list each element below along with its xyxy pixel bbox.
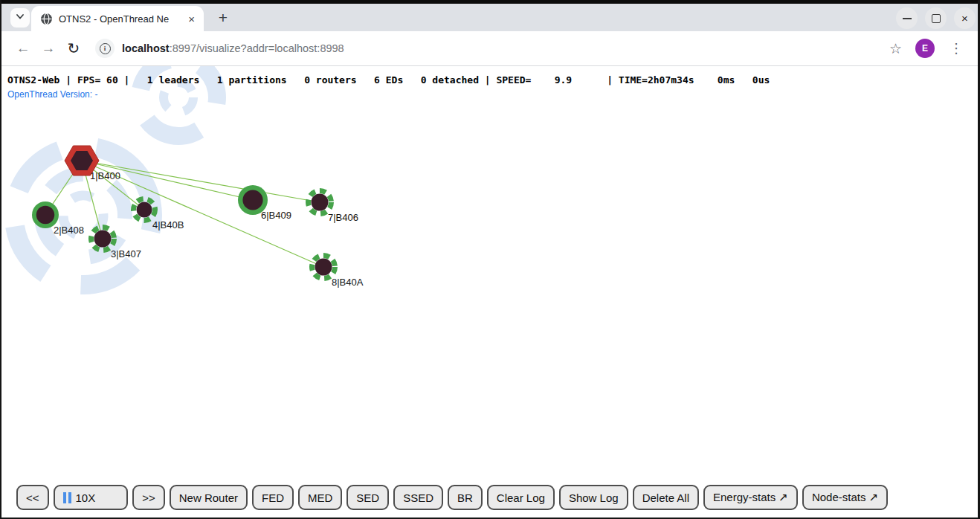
thread-watermark <box>1 66 223 312</box>
node-label: 4|B40B <box>152 219 184 231</box>
back-icon: ← <box>16 40 30 57</box>
minimize-icon <box>903 18 912 19</box>
node-label: 6|B409 <box>261 210 291 221</box>
tab-bar: OTNS2 - OpenThread Ne × + × <box>1 4 978 31</box>
close-icon: × <box>961 12 968 25</box>
tab-close-icon[interactable]: × <box>185 13 198 25</box>
profile-avatar[interactable]: E <box>915 39 935 58</box>
ssed-button[interactable]: SSED <box>393 485 443 510</box>
node-7[interactable]: 7|B406 <box>309 191 358 224</box>
chevron-down-icon <box>15 11 25 25</box>
simulation-canvas[interactable]: 1|B4002|B4083|B4074|B40B6|B4097|B4068|B4… <box>1 66 978 518</box>
action-toolbar: << 10X >> New Router FED MED SED SSED BR… <box>16 485 888 510</box>
navigation-bar: ← → ↻ i localhost:8997/visualize?addr=lo… <box>1 31 978 66</box>
forward-icon: → <box>42 40 56 57</box>
globe-favicon-icon <box>40 13 53 25</box>
close-button[interactable]: × <box>954 7 976 29</box>
delete-all-button[interactable]: Delete All <box>633 485 699 510</box>
back-button[interactable]: ← <box>12 37 34 59</box>
speed-button[interactable]: 10X <box>54 485 129 510</box>
node-label: 3|B407 <box>111 248 141 260</box>
minimize-button[interactable] <box>896 7 918 29</box>
openthread-version-label: OpenThread Version: - <box>7 89 97 100</box>
window-controls: × <box>896 7 976 29</box>
clear-log-button[interactable]: Clear Log <box>487 485 555 510</box>
refresh-button[interactable]: ↻ <box>62 37 85 59</box>
show-log-button[interactable]: Show Log <box>559 485 628 510</box>
new-router-button[interactable]: New Router <box>170 485 248 510</box>
info-icon: i <box>100 43 111 54</box>
maximize-icon <box>932 14 941 23</box>
maximize-button[interactable] <box>925 7 947 29</box>
node-stats-button[interactable]: Node-stats ↗ <box>802 485 888 510</box>
pause-icon <box>63 492 71 503</box>
speed-label: 10X <box>76 491 96 504</box>
url-path: :8997/visualize?addr=localhost:8998 <box>170 42 344 54</box>
kebab-menu-icon: ⋮ <box>950 41 963 56</box>
browser-menu-button[interactable]: ⋮ <box>945 40 967 57</box>
bookmark-button[interactable]: ☆ <box>889 40 902 57</box>
tab-otns2[interactable]: OTNS2 - OpenThread Ne × <box>31 6 204 31</box>
address-bar[interactable]: localhost:8997/visualize?addr=localhost:… <box>122 42 883 54</box>
url-host: localhost <box>122 42 170 54</box>
node-8[interactable]: 8|B40A <box>312 256 364 288</box>
node-6[interactable]: 6|B409 <box>238 185 291 221</box>
star-icon: ☆ <box>889 41 902 57</box>
med-button[interactable]: MED <box>298 485 342 510</box>
site-info-button[interactable]: i <box>95 39 115 58</box>
node-label: 8|B40A <box>332 277 364 288</box>
fast-forward-button[interactable]: >> <box>132 485 165 510</box>
sed-button[interactable]: SED <box>346 485 389 510</box>
browser-window: OTNS2 - OpenThread Ne × + × ← → ↻ i loca… <box>0 0 980 519</box>
tab-title: OTNS2 - OpenThread Ne <box>59 13 185 25</box>
tab-search-button[interactable] <box>10 8 30 28</box>
new-tab-button[interactable]: + <box>213 8 233 28</box>
fed-button[interactable]: FED <box>252 485 294 510</box>
node-label: 2|B408 <box>54 225 84 236</box>
refresh-icon: ↻ <box>68 39 80 57</box>
node-label: 1|B400 <box>90 170 120 181</box>
energy-stats-button[interactable]: Energy-stats ↗ <box>703 485 798 510</box>
forward-button[interactable]: → <box>37 37 59 59</box>
network-graph: 1|B4002|B4083|B4074|B40B6|B4097|B4068|B4… <box>1 66 978 518</box>
rewind-button[interactable]: << <box>16 485 49 510</box>
br-button[interactable]: BR <box>448 485 483 510</box>
node-label: 7|B406 <box>328 212 358 223</box>
status-bar: OTNS2-Web | FPS= 60 | 1 leaders 1 partit… <box>7 74 770 86</box>
